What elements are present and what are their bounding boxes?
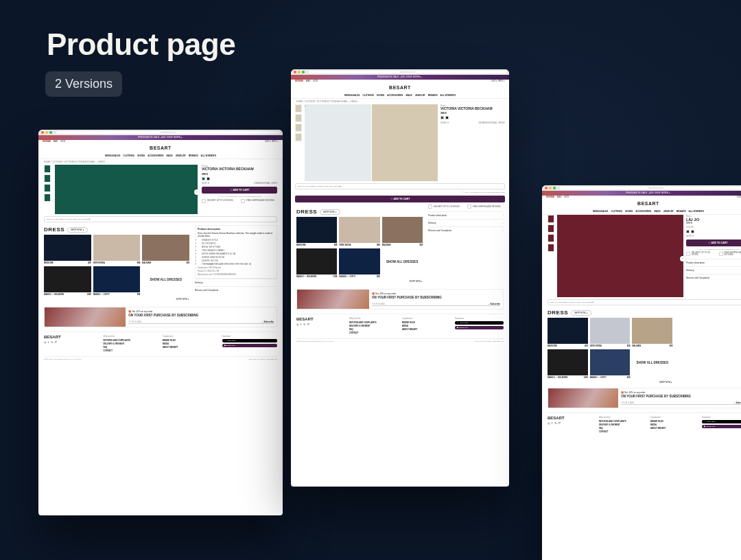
product-hero-images[interactable]: › xyxy=(305,104,438,181)
color-swatch[interactable] xyxy=(445,116,449,119)
footer-link[interactable]: DELIVERY & PAYMENT xyxy=(349,325,398,327)
accordion-description[interactable]: Product description› xyxy=(686,259,741,266)
product-card[interactable]: MANGO — COF1780$ xyxy=(590,349,631,379)
close-icon[interactable] xyxy=(41,131,44,134)
product-card[interactable]: BALMAIN39$ xyxy=(382,217,423,246)
product-card[interactable]: BALMAIN39$ xyxy=(632,318,672,347)
stock-note[interactable]: KNOW IF THE MODEL IS STOCK CLICK ON THE … xyxy=(44,216,277,222)
product-card[interactable]: MANGO — COF1780$ xyxy=(93,266,141,296)
promo-bar[interactable]: PRESEASON SALE -40% VIEW MORE ▸ xyxy=(291,75,509,80)
twitter-icon[interactable]: 𝕏 xyxy=(51,340,53,344)
next-image-icon[interactable]: › xyxy=(194,189,200,195)
footer-link[interactable]: BRAND FILES xyxy=(650,420,698,423)
stock-note[interactable]: KNOW IF THE MODEL IS STOCK CLICK ON THE … xyxy=(548,299,741,305)
shop-now-link[interactable]: SHOP NOW ▸ xyxy=(548,381,672,384)
nav-item[interactable]: SHOES xyxy=(625,210,633,213)
footer-link[interactable]: RETURNS AND COMPLAINTS xyxy=(104,339,159,342)
topnav-man[interactable]: MAN xyxy=(557,196,562,198)
instagram-icon[interactable]: ◎ xyxy=(548,421,550,425)
color-swatch[interactable] xyxy=(686,230,690,233)
product-card[interactable]: VERO MODA90$ xyxy=(93,235,141,264)
currency-selector[interactable]: USD ▾ xyxy=(265,140,271,143)
product-card[interactable]: MANGO — HOLBORN129$ xyxy=(44,266,91,296)
accordion-returns[interactable]: Returns and Complaints› xyxy=(686,274,741,281)
nav-item[interactable]: SHOES xyxy=(377,94,384,97)
shop-now-link[interactable]: SHOP NOW ▸ xyxy=(44,298,189,301)
thumbnail[interactable] xyxy=(548,234,554,242)
promo-bar[interactable]: PRESEASON SALE -40% VIEW MORE ▸ xyxy=(38,135,283,140)
nav-item[interactable]: ALL WOMEN'S xyxy=(440,94,456,97)
facebook-icon[interactable]: f xyxy=(552,421,552,425)
promo-bar[interactable]: PRESEASON SALE -40% VIEW MORE ▸ xyxy=(542,191,741,196)
nav-item[interactable]: ACCESSORIES xyxy=(148,154,163,157)
product-card[interactable]: MANGO — COF1780$ xyxy=(339,248,379,278)
currency-selector[interactable]: USD ▾ xyxy=(491,80,497,82)
size-selector[interactable]: SIZE ▾ xyxy=(686,235,694,237)
show-all-card[interactable]: SHOW ALL DRESSES xyxy=(632,349,672,379)
product-card[interactable]: VERO MODA90$ xyxy=(590,318,631,347)
product-main-image[interactable]: › xyxy=(55,165,198,214)
address-bar[interactable]: www.besart.com xyxy=(56,131,280,134)
thumbnail[interactable] xyxy=(44,165,51,173)
topnav-woman[interactable]: WOMAN xyxy=(43,140,51,143)
footer-link[interactable]: MEDIA xyxy=(163,342,218,345)
stock-note[interactable]: KNOW IF THE MODEL IS STOCK CLICK ON THE … xyxy=(295,183,505,189)
thumbnail[interactable] xyxy=(44,174,51,183)
email-input[interactable]: YOUR E-MAIL xyxy=(621,401,635,404)
breadcrumb[interactable]: HOME / CLOTHING / VICTORIA VICTORIA BECK… xyxy=(291,99,509,104)
accordion-delivery[interactable]: Delivery› xyxy=(428,219,504,226)
footer-link[interactable]: MEDIA xyxy=(650,423,698,426)
maximize-icon[interactable] xyxy=(49,131,52,134)
show-all-card[interactable]: SHOW ALL DRESSES xyxy=(382,248,423,278)
thumbnail[interactable] xyxy=(295,124,302,132)
logo[interactable]: BESART xyxy=(43,145,279,150)
minimize-icon[interactable] xyxy=(45,131,48,134)
footer-link[interactable]: BRAND FILES xyxy=(402,321,451,324)
accordion-returns[interactable]: Returns and Complaints› xyxy=(195,286,277,294)
google-play-button[interactable]: ▶ Google Play xyxy=(455,326,504,329)
dimensional-grid-link[interactable]: DIMENSIONAL GRID xyxy=(254,182,277,185)
nav-item[interactable]: JEWELRY xyxy=(663,210,674,213)
nav-item[interactable]: NEWS&SALES xyxy=(344,94,360,97)
topnav-woman[interactable]: WOMAN xyxy=(546,196,554,198)
facebook-icon[interactable]: f xyxy=(301,323,301,326)
footer-link[interactable]: DELIVERY & PAYMENT xyxy=(104,342,159,345)
product-card[interactable]: BALMAIN39$ xyxy=(142,235,189,264)
email-input[interactable]: YOUR E-MAIL xyxy=(128,320,142,323)
nav-item[interactable]: JEWELRY xyxy=(176,154,186,157)
footer-link[interactable]: MEDIA xyxy=(402,325,451,327)
footer-logo[interactable]: BESART xyxy=(44,335,99,339)
add-to-cart-button[interactable]: 🛒 ADD TO CART xyxy=(295,196,505,202)
footer-link[interactable]: DELIVERY & PAYMENT xyxy=(599,423,646,426)
instagram-icon[interactable]: ◎ xyxy=(44,340,46,344)
thumbnail[interactable] xyxy=(44,184,51,192)
accordion-delivery[interactable]: Delivery› xyxy=(195,279,277,286)
topnav-kids[interactable]: KIDS xyxy=(60,140,65,143)
nav-item[interactable]: ACCESSORIES xyxy=(635,210,651,213)
topnav-man[interactable]: MAN xyxy=(306,80,311,82)
footer-logo[interactable]: BESART xyxy=(296,317,345,321)
breadcrumb[interactable]: HOME / CLOTHING / VICTORIA VICTORIA BECK… xyxy=(38,159,283,165)
thumbnail[interactable] xyxy=(548,244,554,252)
color-swatch-green[interactable] xyxy=(202,177,205,180)
topnav-man[interactable]: MAN xyxy=(54,140,58,143)
nav-item[interactable]: NEWS&SALES xyxy=(105,154,121,157)
nav-item[interactable]: CLOTHING xyxy=(362,94,374,97)
footer-link[interactable]: RETURNS AND COMPLAINTS xyxy=(349,321,398,324)
footer-link[interactable]: CONTACT xyxy=(599,430,646,433)
nav-item[interactable]: BRANDS xyxy=(428,94,438,97)
thumbnail[interactable] xyxy=(44,194,51,202)
pinterest-icon[interactable]: P xyxy=(558,421,561,425)
topnav-woman[interactable]: WOMAN xyxy=(295,80,303,82)
maximize-icon[interactable] xyxy=(302,71,305,73)
minimize-icon[interactable] xyxy=(298,71,301,73)
footer-link[interactable]: ABOUT BESART xyxy=(163,346,218,349)
product-card[interactable]: MANGO — HOLBORN129$ xyxy=(548,349,588,379)
accordion-delivery[interactable]: Delivery› xyxy=(686,266,741,274)
footer-link[interactable]: FAQ xyxy=(349,328,398,331)
footer-logo[interactable]: BESART xyxy=(548,416,595,420)
maximize-icon[interactable] xyxy=(553,187,556,189)
instagram-icon[interactable]: ◎ xyxy=(296,323,298,326)
footer-link[interactable]: ABOUT BESART xyxy=(650,427,698,430)
nav-item[interactable]: ACCESSORIES xyxy=(387,94,403,97)
